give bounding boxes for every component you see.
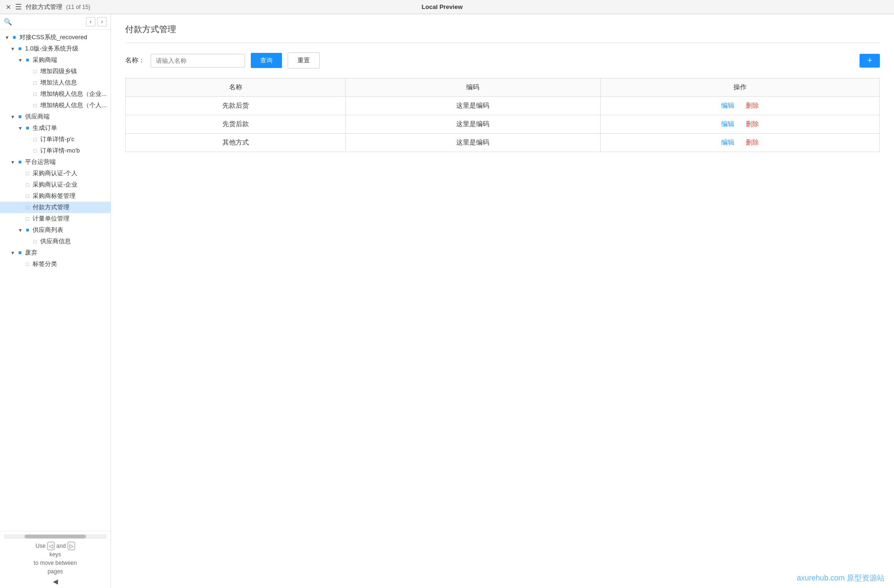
query-button[interactable]: 查询 <box>251 53 282 68</box>
page-icon-9: □ <box>31 136 39 142</box>
cell-name-0: 先款后货 <box>126 97 346 115</box>
delete-link-1[interactable]: 删除 <box>746 120 759 128</box>
tree-item-7[interactable]: ▼■供应商端 <box>0 111 111 122</box>
tree-item-20[interactable]: □标签分类 <box>0 258 111 270</box>
name-search-input[interactable] <box>151 54 245 68</box>
sidebar-hint: Use ◁ and ▷ keys to move between pages <box>4 542 107 576</box>
edit-link-0[interactable]: 编辑 <box>721 102 734 109</box>
page-icon-15: □ <box>24 205 31 210</box>
item-label-4: 增加法人信息 <box>40 78 77 87</box>
col-header-code: 编码 <box>346 78 601 97</box>
tree-item-8[interactable]: ▼■生成订单 <box>0 122 111 134</box>
sidebar-scrollbar[interactable] <box>4 534 107 539</box>
hint-pages: pages <box>48 568 63 575</box>
item-label-8: 生成订单 <box>33 124 57 132</box>
toggle-2: ▼ <box>17 58 24 63</box>
main-layout: 🔍 ‹ › ▼ ■ 对接CSS系统_recovered ▼■1.0版-业务系统升… <box>0 14 894 588</box>
table-row: 其他方式 这里是编码 编辑 删除 <box>126 134 880 152</box>
item-label-16: 计量单位管理 <box>33 214 69 223</box>
nav-next-button[interactable]: › <box>97 17 107 26</box>
tree-item-16[interactable]: □计量单位管理 <box>0 213 111 224</box>
tree-item-12[interactable]: □采购商认证-个人 <box>0 168 111 179</box>
item-label-7: 供应商端 <box>25 112 50 121</box>
topbar-center-title: Local Preview <box>422 3 463 10</box>
cell-name-1: 先货后款 <box>126 115 346 134</box>
item-label-1: 1.0版-业务系统升级 <box>25 44 78 53</box>
reset-button[interactable]: 重置 <box>288 52 320 68</box>
item-label-6: 增加纳税人信息（个人... <box>40 101 107 110</box>
key-right-icon: ▷ <box>68 542 75 551</box>
tree-item-14[interactable]: □采购商标签管理 <box>0 190 111 202</box>
content-area: 付款方式管理 名称： 查询 重置 + 名称 编码 操作 先款后货 这里是编码 编… <box>111 14 894 588</box>
tree-item-18[interactable]: □供应商信息 <box>0 236 111 247</box>
item-label-18: 供应商信息 <box>40 237 71 246</box>
page-icon-10: □ <box>31 148 39 153</box>
page-icon-3: □ <box>31 68 39 74</box>
nav-prev-button[interactable]: ‹ <box>86 17 95 26</box>
sidebar-search-input[interactable] <box>15 18 83 26</box>
tree-item-3[interactable]: □增加四级乡镇 <box>0 66 111 77</box>
hint-use: Use <box>35 543 45 549</box>
search-label: 名称： <box>125 56 145 65</box>
folder-icon-2: ■ <box>24 57 31 63</box>
tree-item-15[interactable]: □付款方式管理 <box>0 202 111 213</box>
tree-item-4[interactable]: □增加法人信息 <box>0 77 111 88</box>
item-label-9: 订单详情-p'c <box>40 135 75 144</box>
cell-action-0: 编辑 删除 <box>600 97 879 115</box>
sidebar-search-bar[interactable]: 🔍 ‹ › <box>0 14 111 30</box>
tree-item-2[interactable]: ▼■采购商端 <box>0 54 111 66</box>
sidebar-tree: ▼ ■ 对接CSS系统_recovered ▼■1.0版-业务系统升级▼■采购商… <box>0 30 111 531</box>
folder-icon-1: ■ <box>16 45 24 52</box>
page-divider <box>125 43 880 43</box>
toggle-7: ▼ <box>9 114 16 119</box>
delete-link-2[interactable]: 删除 <box>746 138 759 146</box>
item-label-14: 采购商标签管理 <box>33 192 76 200</box>
tree-item-1[interactable]: ▼■1.0版-业务系统升级 <box>0 43 111 54</box>
page-icon-14: □ <box>24 193 31 199</box>
item-label-2: 采购商端 <box>33 56 57 64</box>
page-icon-13: □ <box>24 182 31 187</box>
project-name[interactable]: ▼ ■ 对接CSS系统_recovered <box>0 32 111 43</box>
top-bar: ✕ ☰ 付款方式管理 (11 of 15) Local Preview <box>0 0 894 14</box>
delete-link-0[interactable]: 删除 <box>746 102 759 109</box>
table-row: 先货后款 这里是编码 编辑 删除 <box>126 115 880 134</box>
tree-item-9[interactable]: □订单详情-p'c <box>0 134 111 145</box>
item-label-13: 采购商认证-企业 <box>33 180 77 189</box>
tree-item-5[interactable]: □增加纳税人信息（企业... <box>0 88 111 100</box>
folder-icon-19: ■ <box>16 249 24 256</box>
item-label-10: 订单详情-mo'b <box>40 146 80 155</box>
folder-icon-17: ■ <box>24 227 31 233</box>
page-icon-16: □ <box>24 216 31 222</box>
page-icon-20: □ <box>24 261 31 267</box>
tree-item-6[interactable]: □增加纳税人信息（个人... <box>0 100 111 111</box>
data-table: 名称 编码 操作 先款后货 这里是编码 编辑 删除 先货后款 这里是编码 编辑 … <box>125 78 880 152</box>
toggle-17: ▼ <box>17 228 24 233</box>
cell-code-0: 这里是编码 <box>346 97 601 115</box>
sidebar: 🔍 ‹ › ▼ ■ 对接CSS系统_recovered ▼■1.0版-业务系统升… <box>0 14 111 588</box>
sidebar-collapse-arrow[interactable]: ◀ <box>4 578 107 585</box>
tree-item-19[interactable]: ▼■废弃 <box>0 247 111 258</box>
edit-link-2[interactable]: 编辑 <box>721 138 734 146</box>
topbar-title: 付款方式管理 <box>26 3 62 11</box>
page-icon-4: □ <box>31 80 39 85</box>
tree-item-17[interactable]: ▼■供应商列表 <box>0 224 111 236</box>
col-header-action: 操作 <box>600 78 879 97</box>
toggle-11: ▼ <box>9 160 16 165</box>
page-icon-12: □ <box>24 170 31 176</box>
col-header-name: 名称 <box>126 78 346 97</box>
cell-action-2: 编辑 删除 <box>600 134 879 152</box>
edit-link-1[interactable]: 编辑 <box>721 120 734 128</box>
tree-item-10[interactable]: □订单详情-mo'b <box>0 145 111 156</box>
add-button[interactable]: + <box>860 54 880 68</box>
cell-name-2: 其他方式 <box>126 134 346 152</box>
toggle-8: ▼ <box>17 126 24 131</box>
tree-item-13[interactable]: □采购商认证-企业 <box>0 179 111 190</box>
close-icon[interactable]: ✕ <box>6 3 11 11</box>
table-row: 先款后货 这里是编码 编辑 删除 <box>126 97 880 115</box>
project-folder-icon: ■ <box>10 34 18 41</box>
tree-item-11[interactable]: ▼■平台运营端 <box>0 156 111 168</box>
project-label: 对接CSS系统_recovered <box>19 33 87 42</box>
item-label-11: 平台运营端 <box>25 158 56 166</box>
menu-icon: ☰ <box>15 2 22 11</box>
hint-keys: keys <box>50 551 61 558</box>
